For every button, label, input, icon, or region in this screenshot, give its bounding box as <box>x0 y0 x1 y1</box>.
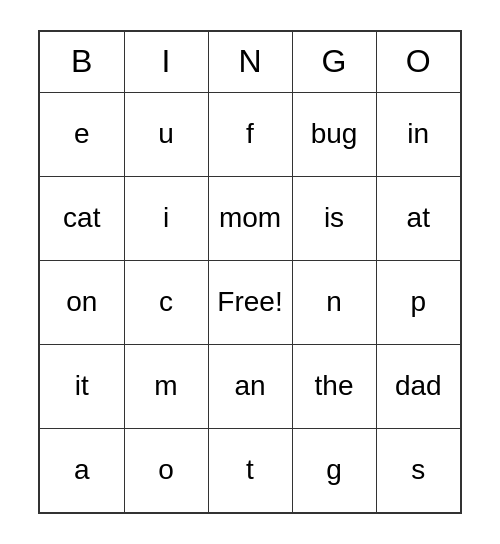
bingo-cell: s <box>376 428 460 512</box>
bingo-row: itmanthedad <box>40 344 460 428</box>
bingo-cell: bug <box>292 92 376 176</box>
bingo-cell: on <box>40 260 124 344</box>
bingo-cell: in <box>376 92 460 176</box>
bingo-cell: e <box>40 92 124 176</box>
bingo-cell: t <box>208 428 292 512</box>
bingo-cell: i <box>124 176 208 260</box>
bingo-row: oncFree!np <box>40 260 460 344</box>
bingo-header-cell: G <box>292 32 376 92</box>
bingo-cell: m <box>124 344 208 428</box>
bingo-cell: p <box>376 260 460 344</box>
bingo-cell: n <box>292 260 376 344</box>
bingo-cell: f <box>208 92 292 176</box>
bingo-card: BINGO eufbugincatimomisatoncFree!npitman… <box>38 30 462 514</box>
bingo-row: eufbugin <box>40 92 460 176</box>
bingo-cell: at <box>376 176 460 260</box>
bingo-cell: g <box>292 428 376 512</box>
bingo-header-cell: I <box>124 32 208 92</box>
bingo-cell: o <box>124 428 208 512</box>
bingo-cell: is <box>292 176 376 260</box>
bingo-header-cell: B <box>40 32 124 92</box>
bingo-cell: mom <box>208 176 292 260</box>
header-row: BINGO <box>40 32 460 92</box>
bingo-cell: the <box>292 344 376 428</box>
bingo-cell: a <box>40 428 124 512</box>
bingo-cell: an <box>208 344 292 428</box>
bingo-header-cell: N <box>208 32 292 92</box>
bingo-cell: Free! <box>208 260 292 344</box>
bingo-cell: u <box>124 92 208 176</box>
bingo-cell: dad <box>376 344 460 428</box>
bingo-cell: it <box>40 344 124 428</box>
bingo-cell: c <box>124 260 208 344</box>
bingo-row: aotgs <box>40 428 460 512</box>
bingo-table: BINGO eufbugincatimomisatoncFree!npitman… <box>40 32 460 512</box>
bingo-header-cell: O <box>376 32 460 92</box>
bingo-body: eufbugincatimomisatoncFree!npitmanthedad… <box>40 92 460 512</box>
bingo-row: catimomisat <box>40 176 460 260</box>
bingo-cell: cat <box>40 176 124 260</box>
